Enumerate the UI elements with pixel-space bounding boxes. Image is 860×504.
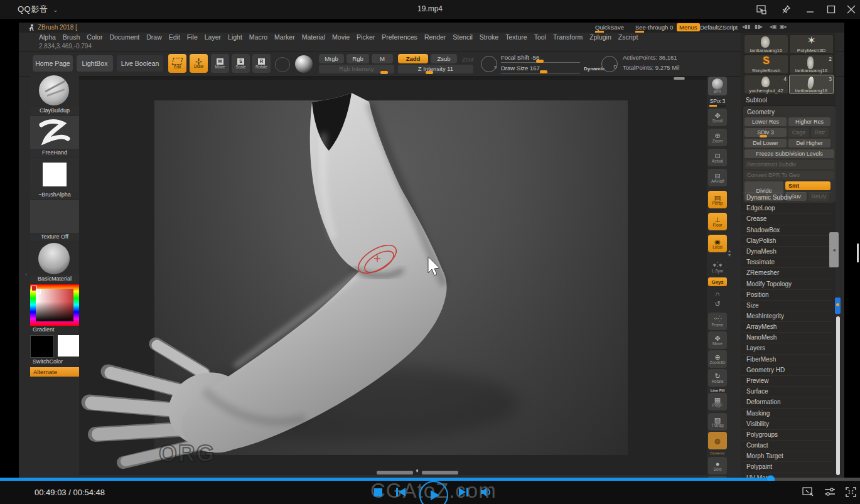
ghost-button[interactable]: ◍ <box>708 432 727 449</box>
brush-thumbnail-claybuildup[interactable]: ClayBuildup <box>30 74 79 115</box>
zcut-button[interactable]: Zcut <box>462 56 473 63</box>
section-11[interactable]: MeshIntegrity <box>742 311 832 321</box>
menu-item-20[interactable]: Transform <box>553 33 583 41</box>
move-mode-button[interactable]: M Move <box>211 54 229 73</box>
lightbox-button[interactable]: LightBox <box>77 55 113 72</box>
material-thumbnail-basic[interactable]: BasicMaterial <box>30 242 79 283</box>
menu-item-17[interactable]: Stroke <box>480 33 498 41</box>
frame-button[interactable]: ⁘⁛Frame <box>708 313 727 330</box>
dock-right-tray-icon[interactable]: ▮▮▸ <box>755 24 763 29</box>
zadd-button[interactable]: Zadd <box>398 54 428 63</box>
redo-loop-icon[interactable]: ↺ <box>708 300 727 308</box>
menu-item-5[interactable]: Edit <box>169 33 180 41</box>
canvas-bscroll-right[interactable] <box>422 471 458 475</box>
solo-button[interactable]: ●Solo <box>708 457 727 475</box>
color-picker-gradient[interactable]: Gradient <box>30 284 79 334</box>
draw-size-slider[interactable]: Draw Size 167 <box>501 64 580 73</box>
transp-button[interactable]: ▨Transp <box>708 413 727 431</box>
section-9[interactable]: Position <box>742 289 832 300</box>
geometry-header[interactable]: Geometry <box>747 109 834 115</box>
section-3[interactable]: ShadowBox <box>742 225 832 235</box>
section-7[interactable]: ZRemesher <box>742 267 832 278</box>
alternate-button[interactable]: Alternate <box>30 367 79 377</box>
z-intensity-slider[interactable]: Z Intensity 11 <box>398 65 473 73</box>
section-8[interactable]: Masking <box>742 408 832 419</box>
aahalf-button[interactable]: ⊟AAHalf <box>708 169 727 186</box>
stroke-thumbnail-freehand[interactable]: FreeHand <box>30 116 79 157</box>
tool-thumb-lantianwang16-a[interactable]: lantianwang16 <box>744 35 788 54</box>
section-10[interactable]: Polygroups <box>742 429 832 440</box>
menu-item-15[interactable]: Render <box>424 33 446 41</box>
section-2[interactable]: Crease <box>742 213 832 224</box>
sculpt-canvas[interactable]: ORG ▲▼ <box>79 77 707 475</box>
headset-icon[interactable]: ∩ <box>708 290 727 298</box>
menu-item-1[interactable]: Brush <box>63 33 80 41</box>
menu-item-22[interactable]: Zscript <box>618 33 638 41</box>
floor-button[interactable]: ⊥Floor <box>708 213 727 230</box>
panel-scroll-accent[interactable] <box>835 298 841 314</box>
persp-button[interactable]: ▤Persp <box>708 191 727 208</box>
quicksave-button[interactable]: QuickSave <box>595 24 624 31</box>
palette-left-icon[interactable]: ◂▣ <box>770 24 777 29</box>
doc-target-icon[interactable]: D <box>601 56 618 72</box>
palette-right-icon[interactable]: ▣▸ <box>780 24 787 29</box>
menu-item-8[interactable]: Light <box>228 33 242 41</box>
rgb-button[interactable]: Rgb <box>347 54 369 63</box>
next-button[interactable] <box>456 486 470 498</box>
section-8[interactable]: Modify Topology <box>742 279 832 289</box>
rotate-mode-button[interactable]: R Rotate <box>252 54 271 73</box>
menu-item-13[interactable]: Picker <box>357 33 375 41</box>
higher-res-button[interactable]: Higher Res <box>788 117 830 126</box>
rotate-3d-button[interactable]: ↻Rotate <box>708 369 727 387</box>
rstr-button[interactable]: Rstr <box>811 128 829 137</box>
zsub-button[interactable]: Zsub <box>431 54 457 63</box>
mini-mode-icon[interactable] <box>753 3 770 16</box>
tray-divider-handle[interactable]: ◂ <box>829 232 839 267</box>
menu-item-9[interactable]: Macro <box>249 33 267 41</box>
stroke-preview-icon[interactable] <box>275 57 290 72</box>
spix-slider-track[interactable] <box>709 105 726 107</box>
rgb-intensity-slider[interactable]: Rgb Intensity <box>319 65 394 73</box>
section-6[interactable]: Surface <box>742 386 832 397</box>
section-11[interactable]: Contact <box>742 440 832 451</box>
panel-scrollbar[interactable] <box>836 316 840 475</box>
subtool-section-header[interactable]: Subtool <box>746 97 767 104</box>
gxyz-button[interactable]: Gxyz <box>708 277 727 286</box>
menu-item-10[interactable]: Marker <box>274 33 295 41</box>
polyframe-button[interactable]: ▦PolyF <box>708 393 727 410</box>
volume-button[interactable] <box>479 486 494 498</box>
section-2[interactable]: Layers <box>742 343 832 353</box>
seethrough-slider[interactable]: See-through 0 <box>635 24 673 31</box>
del-higher-button[interactable]: Del Higher <box>788 139 830 147</box>
section-6[interactable]: Tessimate <box>742 257 832 267</box>
home-page-button[interactable]: Home Page <box>33 55 73 72</box>
move-3d-button[interactable]: ✥Move <box>708 331 727 349</box>
section-9[interactable]: Visibility <box>742 419 832 429</box>
tool-thumb-lantianwang16-selected[interactable]: 3 lantianwang16 <box>789 75 834 94</box>
section-5[interactable]: DynaMesh <box>742 246 832 257</box>
menu-item-4[interactable]: Draw <box>146 33 162 41</box>
section-4[interactable]: Geometry HD <box>742 365 832 375</box>
switch-color-swatches[interactable]: SwitchColor <box>30 335 79 366</box>
zoom-button[interactable]: ⊕Zoom <box>708 129 727 146</box>
section-7[interactable]: Deformation <box>742 397 832 407</box>
section-0[interactable]: ArrayMesh <box>742 321 832 332</box>
edit-mode-button[interactable]: Edit <box>168 54 186 73</box>
stop-button[interactable] <box>374 488 383 497</box>
spix-slider-label[interactable]: SPix 3 <box>708 98 727 104</box>
menu-item-12[interactable]: Movie <box>332 33 350 41</box>
canvas-divider-handle[interactable]: ▴▾ <box>728 249 731 257</box>
dock-left-tray-icon[interactable]: ◂▮▮ <box>742 24 750 29</box>
section-1[interactable]: NanoMesh <box>742 332 832 343</box>
sdiv-slider[interactable]: SDiv 3 <box>744 128 787 137</box>
cage-button[interactable]: Cage <box>788 128 809 137</box>
texture-thumbnail-off[interactable]: Texture Off <box>30 200 79 241</box>
menu-item-16[interactable]: Stencil <box>453 33 473 41</box>
section-12[interactable]: Morph Target <box>742 451 832 461</box>
section-4[interactable]: ClayPolish <box>742 235 832 246</box>
local-button[interactable]: ◉Local <box>708 235 727 252</box>
pin-icon[interactable] <box>778 3 795 16</box>
reconstruct-subdiv-button[interactable]: Reconstruct Subdiv <box>744 160 834 169</box>
left-tray-divider-handle[interactable]: › <box>25 271 27 277</box>
canvas-hscroll-track[interactable] <box>79 77 707 80</box>
